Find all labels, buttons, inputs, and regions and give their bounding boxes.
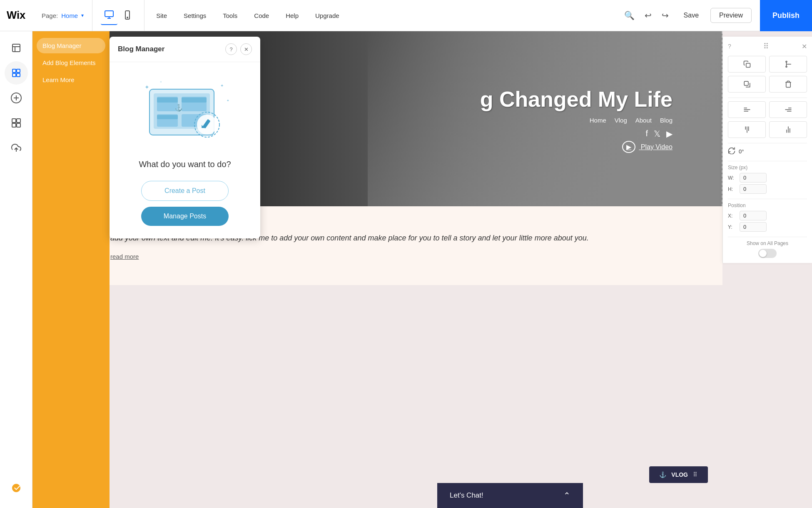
- svg-rect-11: [12, 73, 16, 77]
- height-input[interactable]: [740, 184, 767, 194]
- blog-manager-menu-item[interactable]: Blog Manager: [37, 38, 105, 53]
- svg-rect-12: [17, 73, 20, 77]
- close-panel-icon[interactable]: ✕: [802, 43, 807, 50]
- delete-button[interactable]: [769, 76, 807, 93]
- learn-more-menu-item[interactable]: Learn More: [37, 72, 105, 88]
- y-position-row: Y:: [728, 222, 807, 232]
- vlog-bar[interactable]: ⚓ VLOG ⠿: [649, 466, 708, 483]
- y-label: Y:: [728, 224, 736, 230]
- help-menu-item[interactable]: Help: [278, 9, 306, 23]
- collapse-chat-icon[interactable]: ⌃: [563, 490, 570, 500]
- width-input[interactable]: [740, 173, 767, 183]
- anchor-icon: ⚓: [659, 471, 666, 478]
- svg-point-42: [786, 61, 787, 63]
- help-icon[interactable]: ?: [728, 43, 731, 50]
- position-section: Position X: Y:: [728, 203, 807, 232]
- dialog-help-button[interactable]: ?: [225, 43, 237, 55]
- drag-handle-icon: ⠿: [763, 42, 770, 51]
- dialog-header-actions: ? ✕: [225, 43, 252, 55]
- publish-button[interactable]: Publish: [760, 0, 812, 31]
- chevron-down-icon[interactable]: ▾: [81, 13, 84, 18]
- upgrade-menu-item[interactable]: Upgrade: [308, 9, 347, 23]
- align-left-button[interactable]: [728, 101, 766, 118]
- height-row: H:: [728, 184, 807, 194]
- upload-button[interactable]: [5, 136, 28, 160]
- hero-nav-home[interactable]: Home: [590, 117, 606, 124]
- align-top-button[interactable]: [728, 121, 766, 138]
- svg-rect-31: [182, 98, 207, 103]
- align-bottom-button[interactable]: [769, 121, 807, 138]
- rotate-icon: [728, 147, 735, 156]
- x-input[interactable]: [740, 211, 767, 220]
- device-buttons: [92, 0, 144, 31]
- read-more-link[interactable]: read more: [110, 253, 689, 260]
- height-label: H:: [728, 186, 736, 192]
- divider-4: [728, 199, 807, 199]
- position-label: Position: [728, 203, 807, 208]
- right-panel-header: ? ⠿ ✕: [728, 42, 807, 51]
- youtube-icon[interactable]: ▶: [666, 129, 673, 139]
- svg-rect-33: [157, 115, 178, 119]
- rotate-row: 0°: [728, 147, 807, 156]
- toggle-knob: [759, 250, 767, 257]
- svg-text:⚓: ⚓: [174, 104, 183, 112]
- settings-menu-item[interactable]: Settings: [176, 9, 214, 23]
- svg-text:✦: ✦: [144, 84, 149, 90]
- show-on-all-pages-label: Show on All Pages: [728, 240, 807, 246]
- show-on-all-pages-toggle[interactable]: [758, 249, 777, 258]
- blog-side-panel: Blog Manager Add Blog Elements Learn Mor…: [32, 31, 110, 508]
- site-menu-item[interactable]: Site: [149, 9, 174, 23]
- add-blog-elements-menu-item[interactable]: Add Blog Elements: [37, 55, 105, 70]
- twitter-icon[interactable]: 𝕏: [654, 129, 660, 139]
- align-right-button[interactable]: [769, 101, 807, 118]
- chat-bubble[interactable]: Let's Chat! ⌃: [437, 483, 583, 508]
- svg-point-41: [786, 66, 787, 68]
- play-video-button[interactable]: ▶ Play Video: [622, 143, 673, 151]
- preview-button[interactable]: Preview: [710, 8, 752, 23]
- pages-panel-button[interactable]: [5, 36, 28, 60]
- top-navigation: Wix Page: Home ▾ Site Settings Tools Cod…: [0, 0, 812, 31]
- elements-panel-button[interactable]: [5, 61, 28, 85]
- hero-nav-about[interactable]: About: [635, 117, 652, 124]
- svg-rect-9: [12, 69, 16, 73]
- facebook-icon[interactable]: f: [645, 129, 648, 139]
- svg-rect-1: [105, 11, 113, 17]
- undo-button[interactable]: ↩: [641, 7, 655, 24]
- duplicate-button[interactable]: [728, 76, 766, 93]
- svg-rect-45: [744, 81, 748, 85]
- page-name: Home: [61, 12, 78, 19]
- toggle-container: [728, 249, 807, 258]
- create-post-button[interactable]: Create a Post: [141, 181, 229, 201]
- dialog-title: Blog Manager: [118, 45, 164, 53]
- svg-rect-18: [12, 123, 16, 127]
- y-input[interactable]: [740, 222, 767, 232]
- divider-3: [728, 161, 807, 161]
- code-menu-item[interactable]: Code: [247, 9, 276, 23]
- dialog-body: ✦ ✦ ✦ + +: [110, 62, 260, 238]
- hero-social-links: f 𝕏 ▶: [645, 129, 673, 139]
- save-button[interactable]: Save: [675, 8, 707, 23]
- vlog-label: VLOG: [671, 471, 688, 478]
- add-element-button[interactable]: [5, 86, 28, 110]
- manage-posts-button[interactable]: Manage Posts: [141, 207, 229, 226]
- show-on-all-pages-section: Show on All Pages: [728, 240, 807, 258]
- mobile-view-button[interactable]: [119, 7, 136, 25]
- page-selector[interactable]: Page: Home ▾: [33, 0, 92, 31]
- tools-menu-item[interactable]: Tools: [215, 9, 245, 23]
- blog-panel-button[interactable]: [5, 476, 28, 500]
- redo-button[interactable]: ↪: [658, 7, 672, 24]
- dialog-close-button[interactable]: ✕: [240, 43, 252, 55]
- svg-text:+: +: [160, 80, 162, 84]
- nav-right-actions: 🔍 ↩ ↪ Save Preview: [613, 7, 760, 24]
- hero-title: g Changed My Life: [480, 87, 673, 112]
- search-button[interactable]: 🔍: [621, 7, 638, 24]
- left-sidebar: [0, 31, 32, 508]
- copy-button[interactable]: [728, 56, 766, 73]
- hero-nav-vlog[interactable]: Vlog: [615, 117, 627, 124]
- hero-nav-blog[interactable]: Blog: [660, 117, 673, 124]
- rotate-value: 0°: [739, 148, 744, 155]
- edit-actions-grid: [728, 56, 807, 93]
- cut-button[interactable]: [769, 56, 807, 73]
- desktop-view-button[interactable]: [101, 6, 117, 25]
- app-market-button[interactable]: [5, 111, 28, 135]
